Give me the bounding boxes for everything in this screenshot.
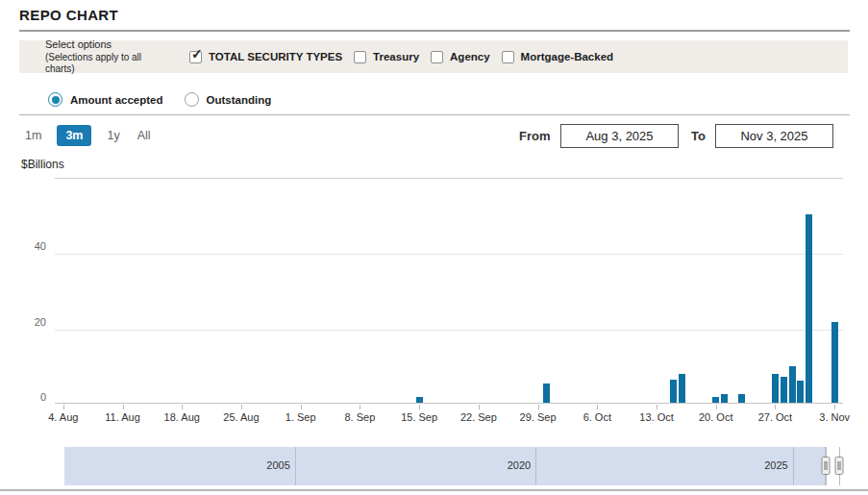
navigator-mask[interactable] <box>64 447 826 485</box>
radio-dot <box>52 96 60 104</box>
x-axis-label: 15. Sep <box>388 411 450 423</box>
to-date-input[interactable] <box>715 124 833 148</box>
chart-bar[interactable] <box>772 374 779 403</box>
x-axis-tick <box>301 405 302 409</box>
y-tick-label: 40 <box>17 239 46 253</box>
chart-bar[interactable] <box>416 397 423 403</box>
x-axis-tick <box>657 405 657 409</box>
range-button-3m[interactable]: 3m <box>57 125 91 146</box>
title-divider <box>19 30 850 32</box>
x-axis-tick <box>360 405 360 409</box>
chart-bar[interactable] <box>543 384 550 403</box>
chart-plot-area: 4. Aug11. Aug18. Aug25. Aug1. Sep8. Sep1… <box>55 178 843 404</box>
x-axis-tick <box>716 405 717 409</box>
chart-bar[interactable] <box>670 380 677 403</box>
checkbox-checked-icon[interactable]: ✓ <box>189 51 202 63</box>
y-tick-label: 0 <box>17 390 46 404</box>
security-type-checkbox-group: ✓TOTAL SECURITY TYPESTreasuryAgencyMortg… <box>189 51 613 63</box>
chart-bar[interactable] <box>721 394 728 403</box>
x-axis-tick <box>123 405 124 409</box>
x-axis-tick <box>479 405 480 409</box>
chart-bar[interactable] <box>712 397 719 403</box>
radio-selected-icon[interactable] <box>48 92 62 107</box>
checkbox-item-agency[interactable]: Agency <box>431 51 490 63</box>
checkbox-unchecked-icon[interactable] <box>502 51 514 63</box>
x-axis-label: 13. Oct <box>626 411 687 423</box>
x-axis-tick <box>775 405 776 409</box>
gridline-40 <box>55 254 843 255</box>
x-axis-label: 4. Aug <box>33 411 94 423</box>
radio-label: Outstanding <box>207 94 272 106</box>
timeline-navigator[interactable]: 200520202025 <box>64 447 846 485</box>
navigator-year-tick <box>295 447 296 485</box>
chart-bar[interactable] <box>797 381 804 404</box>
from-label: From <box>519 129 551 143</box>
checkbox-unchecked-icon[interactable] <box>354 51 366 63</box>
chart-bar[interactable] <box>679 374 685 403</box>
x-axis-tick <box>182 405 183 409</box>
y-tick-label: 20 <box>17 315 46 329</box>
x-axis-label: 6. Oct <box>566 411 628 423</box>
range-selector: 1m3m1yAll <box>23 125 153 146</box>
range-button-1y[interactable]: 1y <box>105 125 121 146</box>
checkbox-label: Treasury <box>373 51 419 62</box>
navigator-left-handle[interactable] <box>821 457 830 475</box>
x-axis-label: 11. Aug <box>92 411 154 423</box>
x-axis-label: 27. Oct <box>744 411 806 423</box>
x-axis-label: 8. Sep <box>329 411 390 423</box>
from-date-input[interactable] <box>560 124 679 148</box>
checkbox-label: Mortgage-Backed <box>521 51 614 62</box>
checkmark-icon: ✓ <box>191 47 203 61</box>
select-options-label: Select options (Selections apply to all … <box>45 38 166 74</box>
x-axis-label: 3. Nov <box>804 411 865 423</box>
x-axis-tick <box>241 405 242 409</box>
checkbox-unchecked-icon[interactable] <box>431 51 443 63</box>
navigator-year-tick <box>535 447 536 485</box>
bottom-divider <box>0 489 868 491</box>
section-divider <box>19 114 850 115</box>
y-axis-unit-label: $Billions <box>21 158 64 171</box>
x-axis-label: 22. Sep <box>448 411 509 423</box>
navigator-year-label: 2020 <box>508 459 535 471</box>
radio-item-amount-accepted[interactable]: Amount accepted <box>48 92 163 107</box>
x-axis-label: 25. Aug <box>211 411 272 423</box>
x-axis-label: 1. Sep <box>270 411 332 423</box>
navigator-year-label: 2005 <box>266 459 294 471</box>
chart-bar[interactable] <box>831 322 838 403</box>
range-button-1m[interactable]: 1m <box>23 125 43 146</box>
navigator-year-label: 2025 <box>764 459 792 471</box>
radio-label: Amount accepted <box>70 94 163 106</box>
chart-bar[interactable] <box>781 377 787 403</box>
x-axis-tick <box>538 405 539 409</box>
series-toggle-radio-group: Amount acceptedOutstanding <box>48 92 271 107</box>
x-axis-tick <box>419 405 420 409</box>
chart-bar[interactable] <box>738 394 745 403</box>
navigator-right-handle[interactable] <box>835 457 844 475</box>
checkbox-item-mortgage-backed[interactable]: Mortgage-Backed <box>502 51 614 63</box>
x-axis-tick <box>834 405 835 409</box>
checkbox-item-total-security-types[interactable]: ✓TOTAL SECURITY TYPES <box>189 51 342 63</box>
x-axis-label: 20. Oct <box>685 411 747 423</box>
checkbox-label: Agency <box>450 51 490 62</box>
range-button-all[interactable]: All <box>136 125 153 146</box>
radio-unselected-icon[interactable] <box>185 92 199 107</box>
gridline-20 <box>55 330 843 331</box>
x-axis-tick <box>597 405 598 409</box>
select-options-line2: (Selections apply to all charts) <box>45 52 166 75</box>
x-axis-tick <box>63 405 64 409</box>
radio-item-outstanding[interactable]: Outstanding <box>185 92 272 107</box>
chart-bar[interactable] <box>806 214 812 403</box>
options-bar: Select options (Selections apply to all … <box>19 40 848 73</box>
chart-bar[interactable] <box>789 366 796 403</box>
to-label: To <box>691 129 706 143</box>
checkbox-label: TOTAL SECURITY TYPES <box>209 51 342 62</box>
x-axis-label: 18. Aug <box>151 411 212 423</box>
navigator-year-tick <box>793 447 794 485</box>
checkbox-item-treasury[interactable]: Treasury <box>354 51 419 63</box>
select-options-line1: Select options <box>45 38 166 51</box>
x-axis-label: 29. Sep <box>508 411 569 423</box>
page-title: REPO CHART <box>19 7 118 23</box>
